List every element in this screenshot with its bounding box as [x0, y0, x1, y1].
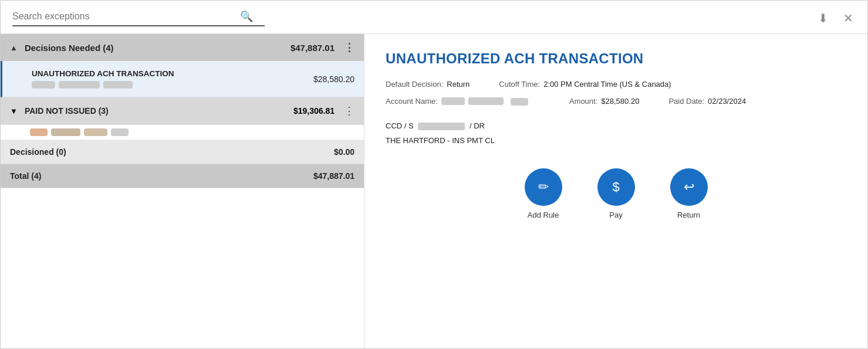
amount-field: Amount: $28,580.20: [569, 97, 640, 106]
group2-label: PAID NOT ISSUED (3): [25, 106, 293, 116]
total-label: Total (4): [10, 171, 313, 181]
return-icon: ↩: [684, 179, 694, 195]
add-rule-group: ✏ Add Rule: [525, 168, 562, 219]
right-panel: UNAUTHORIZED ACH TRANSACTION Default Dec…: [364, 34, 867, 348]
transaction-suffix: / DR: [470, 121, 485, 130]
group2-blur-row: [30, 128, 354, 136]
detail-row-2: Account Name: Amount: $28,580.20 Paid Da…: [386, 96, 846, 106]
amount-value: $28,580.20: [601, 97, 639, 106]
decisioned-label: Decisioned (0): [10, 147, 334, 157]
add-rule-icon: ✏: [538, 179, 549, 195]
group2-amount: $19,306.81: [293, 106, 335, 116]
transaction-name: UNAUTHORIZED ACH TRANSACTION: [32, 69, 313, 78]
decisioned-amount: $0.00: [334, 147, 354, 157]
group2-more-icon[interactable]: ⋮: [344, 104, 354, 117]
account-name-value-group: [441, 96, 528, 106]
transaction-blur: [418, 123, 465, 130]
account-name-label: Account Name:: [386, 97, 438, 106]
modal-header: 🔍 ⬇ ✕: [1, 1, 867, 34]
total-amount: $47,887.01: [313, 171, 354, 181]
close-button[interactable]: ✕: [841, 9, 856, 28]
transaction-amount: $28,580.20: [313, 74, 354, 84]
group1-amount: $47,887.01: [291, 43, 335, 53]
detail-title: UNAUTHORIZED ACH TRANSACTION: [386, 50, 846, 67]
amount-label: Amount:: [569, 97, 597, 106]
transaction-item-ach[interactable]: UNAUTHORIZED ACH TRANSACTION $28,580.20: [1, 61, 364, 97]
modal-body: ▲ Decisions Needed (4) $47,887.01 ⋮ UNAU…: [1, 34, 867, 348]
return-button[interactable]: ↩: [670, 168, 708, 206]
add-rule-label: Add Rule: [528, 211, 559, 219]
add-rule-button[interactable]: ✏: [525, 168, 562, 206]
default-decision-label: Default Decision:: [386, 80, 443, 89]
group1-more-icon[interactable]: ⋮: [344, 41, 354, 54]
group1-header[interactable]: ▲ Decisions Needed (4) $47,887.01 ⋮: [1, 34, 364, 61]
group2-header[interactable]: ▼ PAID NOT ISSUED (3) $19,306.81 ⋮: [1, 97, 364, 125]
blur-pill-c: [84, 128, 107, 136]
blur-pill-a: [30, 128, 48, 136]
download-button[interactable]: ⬇: [816, 9, 830, 28]
search-input[interactable]: [12, 11, 235, 22]
default-decision-value: Return: [447, 80, 470, 89]
cutoff-time-label: Cutoff Time:: [499, 80, 540, 89]
cutoff-time-field: Cutoff Time: 2:00 PM Central Time (US & …: [499, 80, 671, 89]
account-blur-2: [468, 97, 504, 105]
group1-label: Decisions Needed (4): [25, 43, 291, 53]
pay-icon: $: [612, 179, 619, 195]
decisioned-row: Decisioned (0) $0.00: [1, 140, 364, 164]
group1-chevron[interactable]: ▲: [10, 43, 18, 52]
transaction-code-start: CCD / S: [386, 121, 414, 130]
blur-pill-1: [32, 81, 55, 89]
left-panel: ▲ Decisions Needed (4) $47,887.01 ⋮ UNAU…: [1, 34, 364, 348]
transaction-code-line: CCD / S / DR: [386, 121, 846, 130]
company-name: THE HARTFORD - INS PMT CL: [386, 136, 846, 145]
blur-pill-2: [59, 81, 100, 89]
cutoff-time-value: 2:00 PM Central Time (US & Canada): [543, 80, 671, 89]
pay-button[interactable]: $: [597, 168, 635, 206]
blur-pill-d: [111, 128, 129, 136]
account-name-field: Account Name:: [386, 96, 528, 106]
group2-chevron[interactable]: ▼: [10, 107, 18, 116]
default-decision-field: Default Decision: Return: [386, 80, 470, 89]
group2-sub-item[interactable]: [1, 125, 364, 140]
pay-group: $ Pay: [597, 168, 635, 219]
account-blur-1: [441, 97, 465, 105]
blur-pill-b: [51, 128, 80, 136]
modal-container: 🔍 ⬇ ✕ ▲ Decisions Needed (4) $47,887.01 …: [0, 0, 868, 349]
paid-date-field: Paid Date: 02/23/2024: [668, 97, 746, 106]
total-row: Total (4) $47,887.01: [1, 164, 364, 188]
account-blur-3: [511, 98, 528, 106]
transaction-details: UNAUTHORIZED ACH TRANSACTION: [32, 69, 313, 89]
transaction-sub-pills: [32, 81, 313, 89]
return-label: Return: [677, 211, 700, 219]
search-container: 🔍: [12, 10, 265, 26]
action-buttons: ✏ Add Rule $ Pay ↩ Return: [386, 168, 846, 219]
header-actions: ⬇ ✕: [816, 9, 856, 28]
return-group: ↩ Return: [670, 168, 708, 219]
detail-row-1: Default Decision: Return Cutoff Time: 2:…: [386, 80, 846, 89]
pay-label: Pay: [609, 211, 622, 219]
paid-date-value: 02/23/2024: [708, 97, 746, 106]
paid-date-label: Paid Date:: [668, 97, 704, 106]
blur-pill-3: [103, 81, 133, 89]
search-icon[interactable]: 🔍: [240, 10, 253, 23]
